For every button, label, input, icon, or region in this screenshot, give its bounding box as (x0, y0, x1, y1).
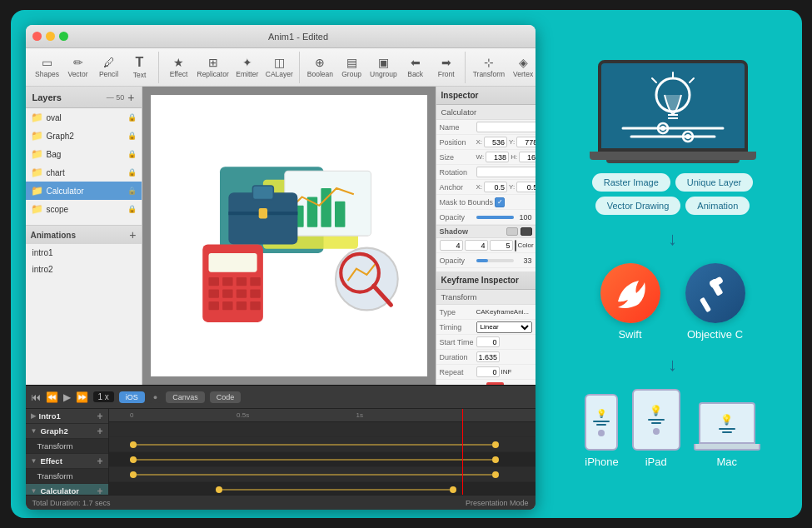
track-transform-1: Transform (26, 439, 108, 454)
shapes-tool[interactable]: ▭ Shapes (32, 52, 62, 83)
timing-select[interactable]: Linear (476, 321, 532, 333)
lock-icon: 🔒 (127, 150, 137, 158)
layer-calculator[interactable]: 📁 Calculator 🔒 (26, 182, 142, 200)
anim-intro2[interactable]: intro2 (26, 261, 142, 277)
shadow-color-btn[interactable] (515, 240, 516, 252)
ios-button[interactable]: iOS (119, 391, 145, 403)
ipad-rays (648, 419, 665, 424)
mac-device: 💡 (699, 402, 755, 444)
inspector-position-row: Position X: Y: (436, 135, 536, 150)
name-input[interactable] (476, 122, 536, 132)
text-tool[interactable]: T Text (125, 52, 155, 83)
anchor-x-input[interactable] (484, 182, 507, 192)
iphone-item: 💡 iPhone (585, 394, 618, 468)
svg-point-38 (660, 126, 665, 131)
ungroup-tool[interactable]: ▣ Ungroup (367, 52, 400, 83)
mac-stand (694, 444, 760, 451)
objc-label: Objective C (687, 328, 743, 341)
playback-speed[interactable]: 1 x (93, 391, 114, 402)
time-mark-0: 0 (130, 409, 133, 421)
folder-icon: 📁 (31, 167, 43, 178)
ipad-device: 💡 (632, 389, 680, 451)
transform-tool[interactable]: ⊹ Transform (471, 52, 507, 83)
go-start-button[interactable]: ⏮ (31, 391, 41, 403)
shadow-x-input[interactable] (440, 240, 463, 251)
add-animation-button[interactable]: + (129, 228, 136, 242)
layer-graph2[interactable]: 📁 Graph2 🔒 (26, 127, 142, 145)
boolean-tool[interactable]: ⊕ Boolean (305, 52, 336, 83)
track-content-graph2 (109, 437, 536, 452)
replicator-tool[interactable]: ⊞ Replicator (195, 52, 232, 83)
app-window: Anim1 - Edited ▭ Shapes ✏ Vector 🖊 Penci… (26, 25, 536, 510)
pos-y-input[interactable] (516, 137, 535, 147)
main-frame: Anim1 - Edited ▭ Shapes ✏ Vector 🖊 Penci… (11, 10, 802, 518)
language-row: Swift Objective C (600, 263, 745, 341)
ray-2 (596, 424, 606, 426)
ray-1 (719, 428, 735, 430)
lock-icon: 🔒 (127, 168, 137, 177)
keyframe-dot (450, 486, 456, 493)
code-button[interactable]: Code (210, 391, 242, 403)
track-content-inner: 0 0.5s 1s (109, 409, 536, 495)
layer-oval[interactable]: 📁 oval 🔒 (26, 108, 142, 127)
layer-bag[interactable]: 📁 Bag 🔒 (26, 145, 142, 163)
canvas-area[interactable] (142, 87, 436, 385)
swift-circle (600, 263, 660, 323)
size-h-input[interactable] (519, 152, 535, 162)
lock-icon: 🔒 (127, 205, 137, 213)
maximize-button[interactable] (59, 32, 68, 41)
layer-scope[interactable]: 📁 scope 🔒 (26, 200, 142, 218)
group-tool[interactable]: ▤ Group (336, 52, 366, 83)
device-row: 💡 iPhone 💡 iP (585, 389, 760, 468)
canvas-inner (151, 95, 427, 376)
vector-tool[interactable]: ✏ Vector (63, 52, 93, 83)
duration-input[interactable] (476, 351, 500, 362)
keyframe-dot (492, 471, 499, 478)
pencil-tool[interactable]: 🖊 Pencil (94, 52, 124, 83)
minimize-button[interactable] (46, 32, 55, 41)
step-back-button[interactable]: ⏪ (46, 391, 58, 403)
kf-starttime-row: Start Time (436, 335, 536, 350)
canvas-button[interactable]: Canvas (166, 391, 205, 403)
repeat-input[interactable] (476, 366, 500, 377)
close-button[interactable] (32, 32, 42, 41)
shadow-blur-input[interactable] (490, 240, 513, 251)
svg-line-33 (652, 78, 656, 82)
layer-chart[interactable]: 📁 chart 🔒 (26, 163, 142, 182)
step-fwd-button[interactable]: ⏩ (76, 391, 88, 403)
emitter-tool[interactable]: ✦ Emitter (232, 52, 262, 83)
shadow-section: Shadow (436, 225, 536, 238)
shadow-off-btn[interactable] (506, 227, 518, 236)
play-button[interactable]: ▶ (63, 391, 71, 403)
start-time-input[interactable] (476, 336, 500, 347)
opacity-slider[interactable] (476, 216, 514, 219)
calayer-tool[interactable]: ◫ CALayer (263, 52, 296, 83)
folder-icon: 📁 (31, 130, 43, 142)
artwork-svg (151, 141, 427, 331)
laptop-illustration (590, 60, 756, 160)
keyframe-line (130, 444, 492, 446)
time-header: 0 0.5s 1s (109, 409, 536, 422)
back-tool[interactable]: ⬅ Back (401, 52, 431, 83)
playhead[interactable] (462, 409, 463, 495)
effect-tool[interactable]: ★ Effect (164, 52, 194, 83)
inspector-size-row: Size W: H: (436, 150, 536, 165)
rotation-input[interactable] (476, 167, 536, 177)
size-w-input[interactable] (486, 152, 509, 162)
pos-x-input[interactable] (484, 137, 507, 147)
inspector-name-row: Name (436, 120, 536, 135)
shadow-y-input[interactable] (465, 240, 488, 251)
anchor-y-input[interactable] (516, 182, 535, 192)
laptop-screen (598, 60, 748, 152)
shadow-on-btn[interactable] (521, 227, 532, 236)
objc-circle (685, 263, 745, 323)
track-calculator: ▼ Calculator + (26, 484, 108, 495)
add-layer-button[interactable]: + (127, 91, 134, 104)
shadow-opacity-slider[interactable] (476, 259, 514, 262)
ray-2 (651, 422, 661, 424)
vertex-tool[interactable]: ◈ Vertex (508, 52, 535, 83)
mask-bounds-checkbox[interactable] (495, 197, 505, 207)
front-tool[interactable]: ➡ Front (431, 52, 461, 83)
anim-intro1[interactable]: intro1 (26, 244, 142, 261)
ray-2 (722, 431, 732, 433)
